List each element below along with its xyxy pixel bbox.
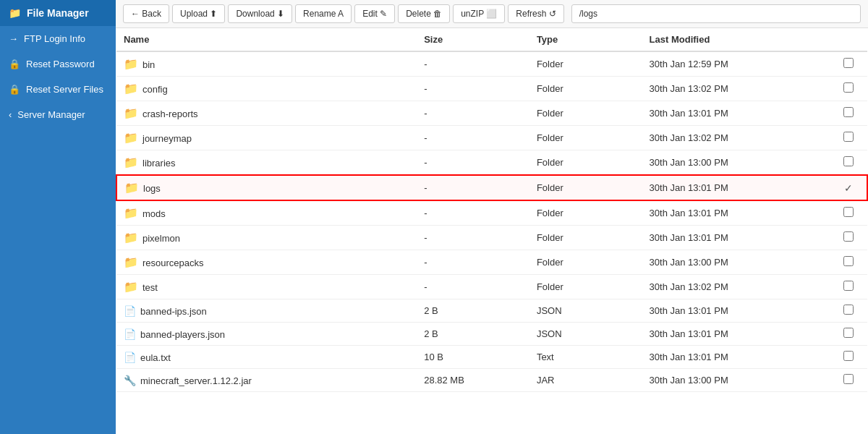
file-type: Folder: [529, 200, 642, 226]
reset-server-files-label: Reset Server Files: [26, 84, 103, 95]
table-row[interactable]: 📁crash-reports - Folder 30th Jan 13:01 P…: [116, 101, 867, 126]
back-button[interactable]: ← Back: [123, 4, 169, 23]
file-size: -: [417, 126, 529, 150]
table-row[interactable]: 📄banned-ips.json 2 B JSON 30th Jan 13:01…: [116, 299, 867, 323]
file-modified: 30th Jan 12:59 PM: [642, 51, 830, 77]
row-check[interactable]: [830, 226, 867, 250]
file-type: JSON: [529, 299, 642, 323]
table-row[interactable]: 📁journeymap - Folder 30th Jan 13:02 PM: [116, 126, 867, 150]
row-check[interactable]: [830, 51, 867, 77]
file-size: 10 B: [417, 346, 529, 369]
sidebar-title: 📁 File Manager: [0, 0, 116, 26]
file-size: 2 B: [417, 323, 529, 346]
row-check[interactable]: [830, 275, 867, 299]
reset-password-icon: 🔒: [9, 59, 20, 69]
row-check[interactable]: [830, 150, 867, 176]
server-manager-label: Server Manager: [17, 109, 85, 120]
file-name: 📁libraries: [116, 150, 417, 176]
file-size: -: [417, 150, 529, 176]
json-icon: 📄: [124, 305, 136, 317]
row-check[interactable]: [830, 299, 867, 323]
server-manager-icon: ‹: [9, 109, 12, 120]
row-check[interactable]: [830, 323, 867, 346]
file-modified: 30th Jan 13:01 PM: [642, 200, 830, 226]
row-checkbox[interactable]: [843, 328, 854, 338]
file-name: 📁mods: [116, 200, 417, 226]
file-table: Name Size Type Last Modified 📁bin - Fold…: [116, 28, 868, 434]
file-modified: 30th Jan 13:01 PM: [642, 299, 830, 323]
table-row[interactable]: 📁pixelmon - Folder 30th Jan 13:01 PM: [116, 226, 867, 250]
file-name: 📁journeymap: [116, 126, 417, 150]
table-row[interactable]: 📁libraries - Folder 30th Jan 13:00 PM: [116, 150, 867, 176]
table-row[interactable]: 📁resourcepacks - Folder 30th Jan 13:00 P…: [116, 250, 867, 275]
file-type: Text: [529, 346, 642, 369]
folder-icon: 📁: [124, 82, 138, 95]
file-type: Folder: [529, 51, 642, 77]
file-type: Folder: [529, 101, 642, 126]
row-checkbox[interactable]: [843, 156, 854, 166]
row-check[interactable]: [830, 250, 867, 275]
file-modified: 30th Jan 13:00 PM: [642, 250, 830, 275]
edit-button[interactable]: Edit ✎: [354, 4, 395, 23]
row-checkbox[interactable]: [843, 305, 854, 315]
ftp-login-icon: →: [9, 33, 18, 44]
file-type: JSON: [529, 323, 642, 346]
sidebar-item-ftp-login[interactable]: →FTP Login Info: [0, 26, 116, 51]
file-size: -: [417, 175, 529, 200]
rename-button[interactable]: Rename A: [295, 4, 352, 23]
file-modified: 30th Jan 13:01 PM: [642, 323, 830, 346]
table-row[interactable]: 📄banned-players.json 2 B JSON 30th Jan 1…: [116, 323, 867, 346]
row-check[interactable]: [830, 101, 867, 126]
refresh-button[interactable]: Refresh ↺: [508, 4, 563, 23]
row-checkbox[interactable]: [843, 207, 854, 217]
row-checkbox[interactable]: [843, 374, 854, 384]
row-check[interactable]: [830, 77, 867, 101]
row-checkbox[interactable]: [843, 256, 854, 266]
file-modified: 30th Jan 13:00 PM: [642, 150, 830, 176]
table-row[interactable]: 📁mods - Folder 30th Jan 13:01 PM: [116, 200, 867, 226]
row-check[interactable]: ✓: [830, 175, 867, 200]
table-row[interactable]: 📁bin - Folder 30th Jan 12:59 PM: [116, 51, 867, 77]
file-name: 📄eula.txt: [116, 346, 417, 369]
row-check[interactable]: [830, 200, 867, 226]
file-modified: 30th Jan 13:02 PM: [642, 275, 830, 299]
row-checkbox[interactable]: [843, 132, 854, 142]
file-size: -: [417, 250, 529, 275]
sidebar-item-reset-server-files[interactable]: 🔒Reset Server Files: [0, 77, 116, 102]
file-type: Folder: [529, 175, 642, 200]
row-check[interactable]: [830, 126, 867, 150]
table-row[interactable]: 📄eula.txt 10 B Text 30th Jan 13:01 PM: [116, 346, 867, 369]
sidebar-item-reset-password[interactable]: 🔒Reset Password: [0, 51, 116, 77]
table-row[interactable]: 📁config - Folder 30th Jan 13:02 PM: [116, 77, 867, 101]
file-manager-icon: 📁: [9, 7, 21, 19]
row-checkbox[interactable]: [843, 82, 854, 93]
main-content: ← BackUpload ⬆Download ⬇Rename AEdit ✎De…: [116, 0, 868, 434]
file-modified: 30th Jan 13:01 PM: [642, 346, 830, 369]
unzip-button[interactable]: unZIP ⬜: [453, 4, 505, 23]
table-row[interactable]: 🔧minecraft_server.1.12.2.jar 28.82 MB JA…: [116, 369, 867, 392]
table-row[interactable]: 📁test - Folder 30th Jan 13:02 PM: [116, 275, 867, 299]
row-checkbox[interactable]: [843, 281, 854, 291]
row-check[interactable]: [830, 369, 867, 392]
folder-icon: 📁: [124, 58, 138, 70]
file-size: -: [417, 101, 529, 126]
upload-button[interactable]: Upload ⬆: [172, 4, 225, 23]
col-header-type: Type: [529, 28, 642, 51]
row-checkbox[interactable]: [843, 107, 854, 117]
file-size: -: [417, 200, 529, 226]
json-icon: 📄: [124, 328, 136, 340]
table-row[interactable]: 📁logs - Folder 30th Jan 13:01 PM ✓: [116, 175, 867, 200]
sidebar-item-server-manager[interactable]: ‹Server Manager: [0, 102, 116, 127]
file-type: Folder: [529, 126, 642, 150]
row-checkbox[interactable]: [843, 231, 854, 242]
file-name: 📁resourcepacks: [116, 250, 417, 275]
file-type: Folder: [529, 226, 642, 250]
folder-icon: 📁: [124, 281, 138, 293]
download-button[interactable]: Download ⬇: [228, 4, 292, 23]
folder-icon: 📁: [124, 107, 138, 119]
file-size: -: [417, 51, 529, 77]
row-checkbox[interactable]: [843, 351, 854, 361]
row-checkbox[interactable]: [843, 58, 854, 68]
delete-button[interactable]: Delete 🗑: [398, 4, 450, 23]
row-check[interactable]: [830, 346, 867, 369]
